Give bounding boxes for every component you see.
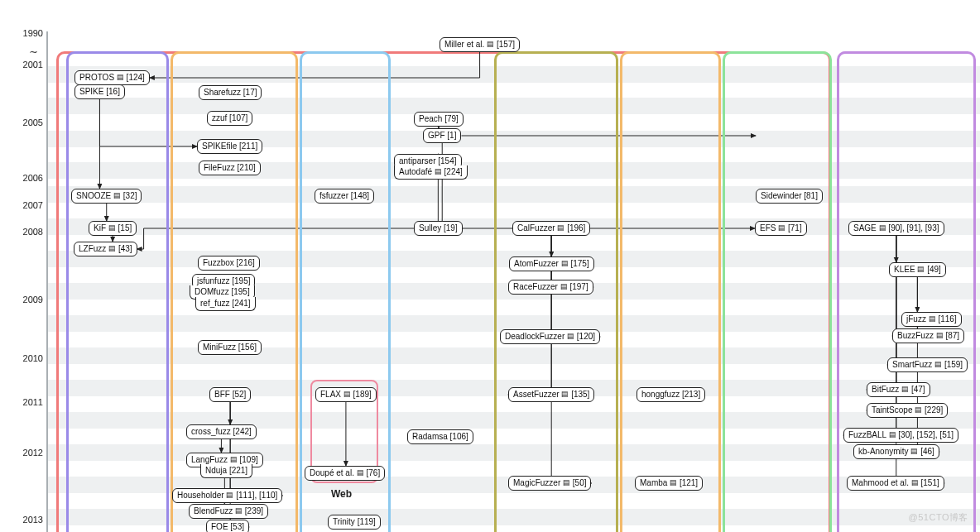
doc-icon: ▤	[911, 477, 919, 488]
year-label: 2012	[20, 448, 43, 458]
doc-icon: ▤	[929, 313, 936, 324]
year-label: 2011	[20, 397, 43, 407]
doc-icon: ▤	[917, 263, 925, 275]
node-zzuf: zzuf [107]	[207, 111, 252, 126]
year-label: 2013	[20, 515, 43, 525]
column-c_blue	[300, 51, 391, 532]
doc-icon: ▤	[230, 453, 238, 465]
node-taintscope: TaintScope ▤ [229]	[867, 403, 948, 418]
node-magicfuzzer: MagicFuzzer ▤ [50]	[508, 476, 591, 491]
doc-icon: ▤	[915, 404, 922, 415]
year-label: 2008	[20, 227, 43, 237]
diagram-canvas: ∼ Web @51CTO博客 1990200120052006200720082…	[0, 0, 980, 532]
doc-icon: ▤	[113, 189, 121, 201]
doc-icon: ▤	[357, 467, 364, 478]
doc-icon: ▤	[563, 477, 570, 488]
node-doupe: Doupé et al. ▤ [76]	[305, 466, 385, 481]
timeline-axis	[46, 31, 48, 532]
doc-icon: ▤	[108, 222, 116, 233]
node-trinity: Trinity [119]	[328, 515, 381, 530]
node-deadlock: DeadlockFuzzer ▤ [120]	[500, 329, 600, 344]
node-autodafe: Autodafé ▤ [224]	[394, 165, 468, 180]
doc-icon: ▤	[557, 222, 564, 233]
node-bff: BFF [52]	[209, 387, 251, 402]
node-protos: PROTOS ▤ [124]	[74, 70, 150, 85]
doc-icon: ▤	[435, 165, 442, 177]
doc-icon: ▤	[934, 358, 942, 370]
node-miller: Miller et al. ▤ [157]	[440, 37, 520, 52]
node-efs: EFS ▤ [71]	[755, 221, 807, 236]
node-mamba: Mamba ▤ [121]	[635, 476, 703, 491]
node-gpf: GPF [1]	[423, 128, 461, 143]
year-label: 2005	[20, 117, 43, 127]
doc-icon: ▤	[561, 388, 569, 400]
node-jfuzz: jFuzz ▤ [116]	[901, 312, 962, 327]
node-householder: Householder ▤ [111], [110]	[172, 488, 282, 503]
doc-icon: ▤	[108, 242, 116, 254]
node-sharefuzz: Sharefuzz [17]	[199, 85, 262, 100]
node-assetfuzzer: AssetFuzzer ▤ [135]	[508, 387, 594, 402]
doc-icon: ▤	[561, 257, 569, 269]
node-atomfuzzer: AtomFuzzer ▤ [175]	[509, 256, 594, 271]
node-sage: SAGE ▤ [90], [91], [93]	[848, 221, 944, 236]
doc-icon: ▤	[343, 388, 351, 400]
year-label: 2007	[20, 200, 43, 210]
node-nduja: Nduja [221]	[200, 464, 252, 478]
node-flax: FLAX ▤ [189]	[315, 387, 377, 402]
year-label: 2009	[20, 295, 43, 304]
node-minifuzz: MiniFuzz [156]	[198, 340, 262, 355]
doc-icon: ▤	[778, 222, 785, 233]
column-c_violet	[837, 51, 976, 532]
year-label: 2006	[20, 173, 43, 183]
node-bitfuzz: BitFuzz ▤ [47]	[867, 382, 930, 397]
doc-icon: ▤	[560, 280, 568, 292]
node-kbanon: kb-Anonymity ▤ [46]	[853, 444, 939, 459]
node-honggfuzz: honggfuzz [213]	[637, 387, 705, 402]
year-label: 2001	[20, 60, 43, 69]
doc-icon: ▤	[901, 383, 909, 395]
node-sidewinder: Sidewinder [81]	[756, 189, 823, 204]
doc-icon: ▤	[910, 445, 918, 457]
doc-icon: ▤	[235, 505, 243, 516]
node-kif: KiF ▤ [15]	[89, 221, 137, 236]
doc-icon: ▤	[567, 330, 574, 342]
tilde-mark: ∼	[29, 46, 38, 58]
node-peach: Peach [79]	[414, 112, 464, 127]
node-mahmood: Mahmood et al. ▤ [151]	[847, 476, 944, 491]
column-c_purple	[66, 51, 169, 532]
node-filefuzz: FileFuzz [210]	[199, 161, 261, 175]
node-lzfuzz: LZFuzz ▤ [43]	[74, 242, 137, 256]
doc-icon: ▤	[879, 222, 886, 233]
node-fuzzball: FuzzBALL ▤ [30], [152], [51]	[843, 428, 958, 443]
node-fsfuzzer: fsfuzzer [148]	[315, 189, 374, 204]
doc-icon: ▤	[226, 489, 233, 501]
column-c_green	[723, 51, 832, 532]
node-calfuzzer: CalFuzzer ▤ [196]	[512, 221, 590, 236]
doc-icon: ▤	[936, 329, 944, 341]
node-buzzfuzz: BuzzFuzz ▤ [87]	[892, 328, 964, 343]
doc-icon: ▤	[117, 71, 124, 83]
node-smartfuzz: SmartFuzz ▤ [159]	[887, 357, 968, 372]
node-klee: KLEE ▤ [49]	[889, 262, 946, 277]
doc-icon: ▤	[487, 38, 494, 50]
node-fuzzbox: Fuzzbox [216]	[198, 256, 260, 271]
node-spike: SPIKE [16]	[74, 84, 125, 99]
node-foe: FOE [53]	[206, 520, 249, 532]
year-label: 2010	[20, 353, 43, 363]
node-spikefile: SPIKEfile [211]	[197, 139, 262, 154]
node-sulley: Sulley [19]	[414, 221, 463, 236]
doc-icon: ▤	[670, 477, 677, 488]
node-racefuzzer: RaceFuzzer ▤ [197]	[508, 280, 593, 295]
node-blendfuzz: BlendFuzz ▤ [239]	[189, 504, 268, 519]
year-label: 1990	[20, 28, 43, 38]
doc-icon: ▤	[889, 429, 896, 440]
node-snooze: SNOOZE ▤ [32]	[71, 189, 142, 204]
node-radamsa: Radamsa [106]	[407, 429, 473, 444]
column-c_orange2	[620, 51, 721, 532]
node-crossfuzz: cross_fuzz [242]	[186, 424, 257, 439]
node-ref_fuzz: ref_fuzz [241]	[195, 297, 256, 311]
